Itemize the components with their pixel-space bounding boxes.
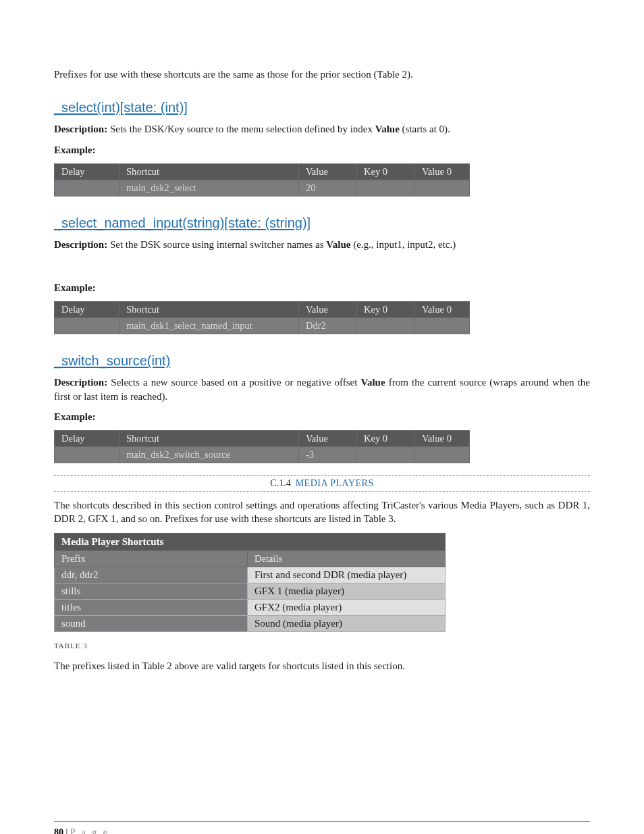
desc-text-a: Selects a new source based on a positive… <box>107 377 360 388</box>
desc-value-word: Value <box>375 124 400 134</box>
table-row: sound Sound (media player) <box>55 615 446 631</box>
table-row: ddr, ddr2 First and second DDR (media pl… <box>55 567 446 583</box>
td-details: GFX2 (media player) <box>248 599 446 615</box>
td-key0 <box>357 318 415 334</box>
media-player-table: Media Player Shortcuts Prefix Details dd… <box>54 533 446 632</box>
switch-source-table: Delay Shortcut Value Key 0 Value 0 main_… <box>54 430 470 463</box>
th-key0: Key 0 <box>357 431 415 447</box>
table-header-row: Delay Shortcut Value Key 0 Value 0 <box>55 163 470 180</box>
th-key0: Key 0 <box>357 302 415 318</box>
heading-select: _select(int)[state: (int)] <box>54 100 590 115</box>
td-key0 <box>357 180 415 196</box>
media-table-title: Media Player Shortcuts <box>55 533 446 550</box>
td-value0 <box>415 447 470 463</box>
desc-text-b: (e.g., input1, input2, etc.) <box>350 239 456 250</box>
select-named-description: Description: Set the DSK source using in… <box>54 238 590 251</box>
footer-sep: | <box>63 827 70 834</box>
select-named-example-label: Example: <box>54 281 590 294</box>
th-value0: Value 0 <box>415 163 470 180</box>
th-details: Details <box>248 550 446 567</box>
select-description: Description: Sets the DSK/Key source to … <box>54 122 590 136</box>
td-details: First and second DDR (media player) <box>248 567 446 583</box>
td-details: Sound (media player) <box>248 615 446 631</box>
th-value: Value <box>299 163 357 180</box>
th-value0: Value 0 <box>415 302 470 318</box>
td-prefix: sound <box>55 615 248 631</box>
th-shortcut: Shortcut <box>119 431 299 447</box>
td-delay <box>55 180 119 196</box>
td-shortcut: main_dsk1_select_named_input <box>119 318 299 334</box>
table-header-row: Delay Shortcut Value Key 0 Value 0 <box>55 302 470 318</box>
select-named-table: Delay Shortcut Value Key 0 Value 0 main_… <box>54 301 470 334</box>
td-value0 <box>415 318 470 334</box>
outro-paragraph: The prefixes listed in Table 2 above are… <box>54 659 590 673</box>
th-prefix: Prefix <box>55 550 248 567</box>
td-delay <box>55 318 119 334</box>
section-description: The shortcuts described in this section … <box>54 498 590 526</box>
td-value0 <box>415 180 470 196</box>
th-shortcut: Shortcut <box>119 163 299 180</box>
table-row: main_dsk2_select 20 <box>55 180 470 196</box>
td-details: GFX 1 (media player) <box>248 583 446 599</box>
td-value: 20 <box>299 180 357 196</box>
td-prefix: ddr, ddr2 <box>55 567 248 583</box>
desc-text-a: Set the DSK source using internal switch… <box>107 239 326 250</box>
table-caption: TABLE 3 <box>54 642 590 650</box>
table-row: main_dsk1_select_named_input Ddr2 <box>55 318 470 334</box>
intro-paragraph: Prefixes for use with these shortcuts ar… <box>54 68 590 81</box>
section-number: C.1.4 <box>270 478 290 488</box>
switch-source-example-label: Example: <box>54 410 590 423</box>
th-value: Value <box>299 302 357 318</box>
page-word: P a g e <box>70 827 109 834</box>
th-shortcut: Shortcut <box>119 302 299 318</box>
th-delay: Delay <box>55 302 119 318</box>
table-row: main_dsk2_switch_source -3 <box>55 447 470 463</box>
table-header-row: Delay Shortcut Value Key 0 Value 0 <box>55 431 470 447</box>
desc-text-a: Sets the DSK/Key source to the menu sele… <box>107 124 375 134</box>
td-value: Ddr2 <box>299 318 357 334</box>
desc-label: Description: <box>54 124 107 134</box>
page-footer: 80 | P a g e <box>54 821 590 834</box>
desc-text-b: (starts at 0). <box>400 124 450 134</box>
table-row: titles GFX2 (media player) <box>55 599 446 615</box>
td-key0 <box>357 447 415 463</box>
th-delay: Delay <box>55 163 119 180</box>
section-divider: C.1.4 MEDIA PLAYERS <box>54 475 590 492</box>
section-title: MEDIA PLAYERS <box>296 478 374 488</box>
td-shortcut: main_dsk2_select <box>119 180 299 196</box>
th-value0: Value 0 <box>415 431 470 447</box>
table-row: stills GFX 1 (media player) <box>55 583 446 599</box>
td-prefix: stills <box>55 583 248 599</box>
desc-label: Description: <box>54 377 107 388</box>
td-delay <box>55 447 119 463</box>
th-value: Value <box>299 431 357 447</box>
page-number: 80 <box>54 827 63 834</box>
td-prefix: titles <box>55 599 248 615</box>
heading-select-named: _select_named_input(string)[state: (stri… <box>54 215 590 231</box>
desc-label: Description: <box>54 239 107 250</box>
select-example-label: Example: <box>54 143 590 157</box>
select-table: Delay Shortcut Value Key 0 Value 0 main_… <box>54 163 470 197</box>
td-value: -3 <box>299 447 357 463</box>
th-key0: Key 0 <box>357 163 415 180</box>
td-shortcut: main_dsk2_switch_source <box>119 447 299 463</box>
desc-value-word: Value <box>326 239 350 250</box>
heading-switch-source: _switch_source(int) <box>54 353 590 369</box>
switch-source-description: Description: Selects a new source based … <box>54 375 590 403</box>
desc-value-word: Value <box>360 377 385 388</box>
th-delay: Delay <box>55 431 119 447</box>
